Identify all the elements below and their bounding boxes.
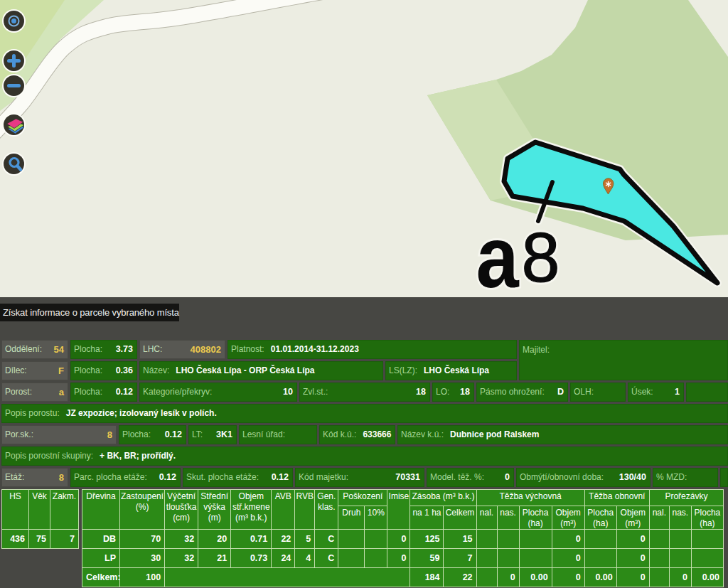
svg-text:8: 8 — [522, 219, 560, 297]
svg-text:a: a — [476, 208, 520, 297]
